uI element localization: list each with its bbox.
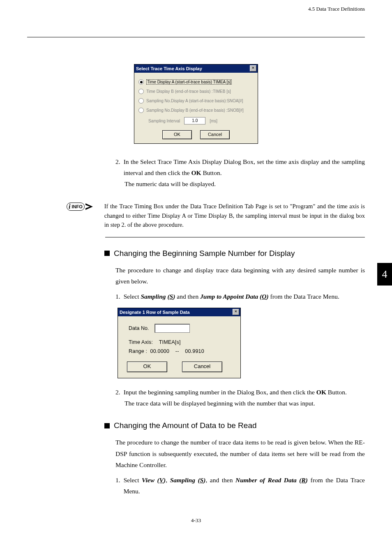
section-title: Changing the Beginning Sample Number for… (114, 249, 295, 258)
sec2-step-1: 1. Select View (V), Sampling (S), and th… (115, 474, 365, 497)
data-no-input[interactable] (154, 324, 190, 333)
range-label: Range : (129, 348, 147, 354)
data-no-label: Data No. (129, 325, 149, 331)
step-number: 1. (115, 474, 120, 497)
square-bullet-icon (104, 251, 110, 256)
chapter-tab: 4 (377, 263, 392, 286)
ok-button[interactable]: OK (127, 362, 167, 372)
figure-designate-row: Designate 1 Row of Sample Data × Data No… (118, 308, 365, 378)
sec1-step-2-line2: The trace data will be displayed beginni… (125, 398, 365, 409)
header-section-ref: 4.5 Data Trace Definitions (27, 6, 365, 12)
dialog-title: Select Trace Time Axis Display (136, 66, 202, 71)
step-text-b: Button. (201, 169, 222, 176)
dialog-title: Designate 1 Row of Sample Data (120, 310, 190, 315)
info-text: If the Trace Timing Box under the Data T… (104, 202, 365, 229)
cancel-button[interactable]: Cancel (200, 130, 230, 139)
radio-icon (138, 89, 144, 94)
section-intro: The procedure to change and display trac… (115, 265, 365, 287)
sec1-step-2: 2. Input the beginning sampling number i… (115, 387, 365, 398)
sampling-interval-label: Sampling Interval (148, 119, 180, 123)
time-axis-label: Time Axis: (129, 339, 153, 345)
figure-select-trace-time-axis: Select Trace Time Axis Display × Time Di… (27, 64, 365, 144)
section-heading-amount-read: Changing the Amount of Data to be Read (104, 421, 365, 430)
radio-time-display-a[interactable]: Time Display A (start-of-trace basis) TI… (138, 79, 254, 85)
close-icon[interactable]: × (233, 309, 239, 315)
radio-icon (138, 79, 144, 85)
section-divider (105, 237, 365, 237)
step-2-line2: The numeric data will be displayed. (125, 178, 365, 189)
ok-button[interactable]: OK (162, 130, 192, 139)
info-callout: iINFO If the Trace Timing Box under the … (67, 202, 365, 229)
radio-label: Time Display B (end-of-trace basis) :TIM… (146, 89, 231, 94)
step-number: 1. (115, 291, 120, 302)
step-text: In the Select Trace Time Axis Display Di… (124, 158, 365, 176)
section-title: Changing the Amount of Data to be Read (114, 421, 257, 430)
radio-label: Sampling No.Display B (end-of-trace basi… (146, 108, 244, 113)
radio-sampling-no-b[interactable]: Sampling No.Display B (end-of-trace basi… (138, 108, 254, 113)
step-number: 2. (115, 387, 120, 398)
range-from: 00.0000 (150, 348, 170, 354)
step-number: 2. (115, 156, 120, 178)
radio-icon (138, 108, 144, 113)
square-bullet-icon (104, 423, 110, 428)
cancel-button[interactable]: Cancel (182, 362, 222, 372)
dialog-titlebar: Designate 1 Row of Sample Data × (118, 308, 240, 316)
page-number: 4-33 (27, 517, 365, 524)
sampling-interval-input[interactable]: 1.0 (184, 117, 205, 124)
time-axis-value: TIMEA[s] (159, 339, 181, 345)
section-heading-beginning-sample: Changing the Beginning Sample Number for… (104, 249, 365, 258)
header-rule (27, 37, 365, 37)
close-icon[interactable]: × (250, 65, 256, 71)
info-label: INFO (71, 204, 82, 209)
sampling-interval-unit: [ms] (210, 119, 217, 123)
sampling-interval-row: Sampling Interval 1.0 [ms] (148, 117, 254, 124)
radio-sampling-no-a[interactable]: Sampling No.Display A (start-of-trace ba… (138, 98, 254, 104)
sec1-step-1: 1. Select Sampling (S) and then Jump to … (115, 291, 365, 302)
radio-label: Sampling No.Display A (start-of-trace ba… (146, 99, 243, 103)
dialog-titlebar: Select Trace Time Axis Display × (134, 64, 258, 73)
sec2-intro: The procedure to change the number of tr… (115, 437, 365, 470)
step-2: 2. In the Select Trace Time Axis Display… (115, 156, 365, 178)
ok-bold: OK (191, 169, 201, 176)
radio-label: Time Display A (start-of-trace basis) TI… (146, 79, 232, 85)
range-to: 00.9910 (185, 348, 204, 354)
dialog-designate-row: Designate 1 Row of Sample Data × Data No… (118, 308, 241, 378)
radio-time-display-b[interactable]: Time Display B (end-of-trace basis) :TIM… (138, 89, 254, 94)
range-sep: -- (175, 348, 179, 354)
dialog-select-trace-time-axis: Select Trace Time Axis Display × Time Di… (134, 64, 258, 144)
info-icon: iINFO (67, 203, 93, 211)
radio-icon (138, 98, 144, 104)
